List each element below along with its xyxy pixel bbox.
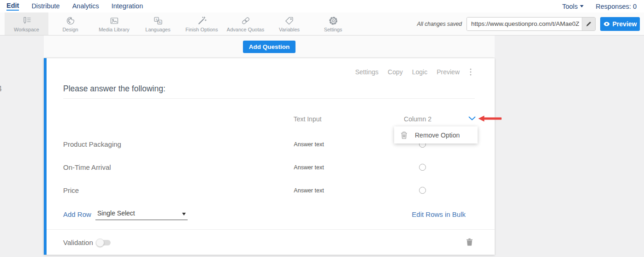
question-title[interactable]: Please answer the following: [63, 84, 165, 94]
toolbar-label: Media Library [99, 27, 130, 32]
radio-button[interactable] [419, 164, 426, 171]
toolbar-item-design[interactable]: Design [48, 12, 92, 35]
caret-down-icon [580, 5, 584, 7]
column-header-text-input: Text Input [261, 115, 354, 123]
finish-options-icon [197, 15, 207, 26]
title-divider [63, 98, 475, 99]
toolbar-item-workspace[interactable]: Workspace [5, 12, 48, 35]
toggle-knob [96, 239, 104, 247]
nav-tab-distribute[interactable]: Distribute [31, 2, 59, 10]
preview-label: Preview [613, 20, 637, 28]
design-icon [65, 15, 76, 26]
svg-text:A: A [158, 20, 160, 24]
toolbar-label: Workspace [14, 27, 39, 32]
question-footer: Validation [47, 236, 495, 248]
toolbar-label: Finish Options [185, 27, 218, 32]
media-library-icon [109, 15, 119, 26]
editor-toolbar: Workspace Design Media Library x̄A Langu… [0, 12, 644, 36]
variables-icon [284, 15, 295, 26]
answer-text-cell[interactable]: Answer text [263, 141, 355, 148]
column-options-menu: Remove Option [394, 126, 478, 143]
pencil-icon [586, 21, 591, 27]
toolbar-label: Advance Quotas [227, 27, 264, 32]
footer-divider [47, 229, 495, 230]
question-card: Settings Copy Logic Preview Please answe… [44, 58, 495, 255]
chevron-down-icon[interactable] [468, 116, 476, 121]
row-label[interactable]: On-Time Arrival [63, 163, 111, 171]
preview-button[interactable]: Preview [600, 17, 640, 31]
toolbar-item-advance-quotas[interactable]: Advance Quotas [224, 12, 267, 35]
row-label[interactable]: Product Packaging [63, 140, 121, 148]
tools-menu[interactable]: Tools [562, 3, 584, 10]
add-question-bar: Add Question [44, 36, 495, 58]
question-settings-button[interactable]: Settings [355, 68, 378, 76]
question-actions: Settings Copy Logic Preview [355, 68, 472, 76]
toolbar-label: Settings [324, 27, 343, 32]
question-preview-button[interactable]: Preview [437, 68, 460, 76]
toolbar-item-settings[interactable]: Settings [311, 12, 355, 35]
edit-url-button[interactable] [582, 18, 595, 30]
trash-icon [400, 131, 408, 139]
toolbar-item-media-library[interactable]: Media Library [92, 12, 136, 35]
questionpro-survey-editor: Edit Distribute Analytics Integration To… [0, 0, 644, 257]
edit-rows-bulk-button[interactable]: Edit Rows in Bulk [412, 210, 466, 218]
question-logic-button[interactable]: Logic [412, 68, 427, 76]
main-tabs: Edit Distribute Analytics Integration [6, 2, 143, 11]
caret-down-icon [182, 213, 186, 215]
workspace-icon [22, 15, 32, 26]
toolbar-item-variables[interactable]: Variables [267, 12, 311, 35]
delete-question-icon[interactable] [466, 238, 473, 246]
languages-icon: x̄A [153, 15, 163, 26]
tools-label: Tools [562, 3, 578, 10]
row-label[interactable]: Price [63, 186, 79, 194]
survey-url-input[interactable] [467, 18, 582, 30]
more-options-icon[interactable] [470, 68, 472, 76]
validation-label: Validation [63, 239, 93, 246]
radio-button[interactable] [419, 187, 426, 194]
row-controls: Add Row Single Select Edit Rows in Bulk [47, 210, 495, 220]
advance-quotas-icon [241, 15, 251, 26]
save-status: All changes saved [417, 21, 462, 27]
responses-counter[interactable]: Responses: 0 [596, 3, 637, 10]
annotation-arrow-icon [478, 115, 502, 122]
nav-tab-integration[interactable]: Integration [112, 2, 143, 10]
top-nav: Edit Distribute Analytics Integration To… [0, 0, 644, 12]
toolbar-label: Design [62, 27, 78, 32]
eye-icon [603, 22, 610, 26]
validation-toggle[interactable] [97, 240, 111, 245]
toolbar-label: Languages [145, 27, 170, 32]
matrix-row: Price Answer text [47, 184, 495, 197]
toolbar-label: Variables [279, 27, 300, 32]
column-header-column-2[interactable]: Column 2 [390, 115, 445, 123]
remove-option-item[interactable]: Remove Option [415, 131, 460, 139]
nav-tab-edit[interactable]: Edit [6, 2, 19, 11]
question-copy-button[interactable]: Copy [388, 68, 403, 76]
answer-text-cell[interactable]: Answer text [263, 164, 355, 171]
matrix-row: On-Time Arrival Answer text [47, 161, 495, 174]
row-type-select[interactable]: Single Select [95, 209, 188, 220]
settings-icon [328, 15, 338, 26]
toolbar-item-finish-options[interactable]: Finish Options [180, 12, 224, 35]
add-row-button[interactable]: Add Row [63, 210, 91, 218]
answer-text-cell[interactable]: Answer text [263, 187, 355, 194]
add-question-button[interactable]: Add Question [243, 41, 296, 53]
svg-text:x̄: x̄ [155, 18, 157, 22]
question-number: 4 [0, 85, 2, 93]
row-type-value: Single Select [97, 209, 135, 217]
survey-url-box [467, 17, 596, 31]
nav-tab-analytics[interactable]: Analytics [72, 2, 99, 10]
toolbar-item-languages[interactable]: x̄A Languages [136, 12, 180, 35]
